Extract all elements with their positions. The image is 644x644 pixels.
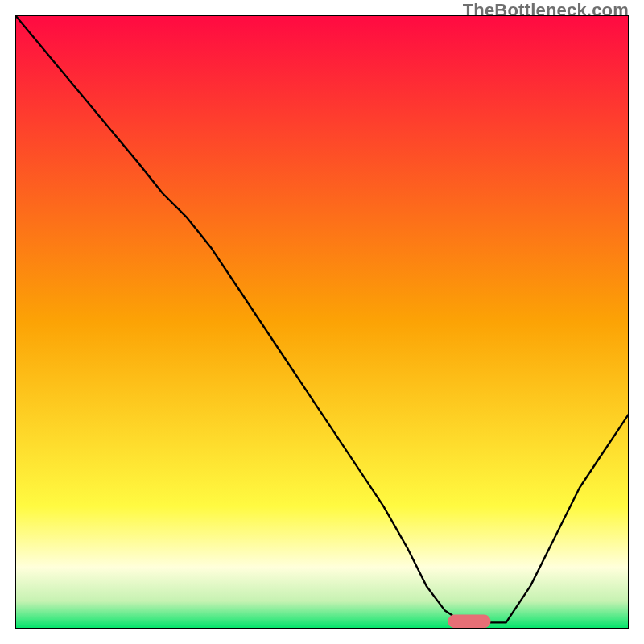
optimum-marker xyxy=(448,614,490,628)
plot-area xyxy=(15,15,629,629)
chart-container: TheBottleneck.com xyxy=(0,0,644,644)
plot-svg xyxy=(15,15,629,629)
gradient-background xyxy=(15,15,629,629)
